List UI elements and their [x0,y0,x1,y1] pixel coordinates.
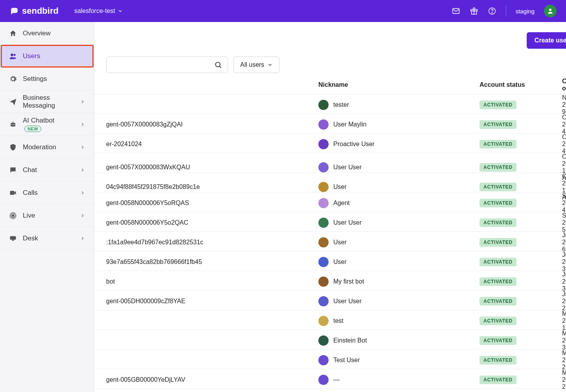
app-switcher[interactable]: salesforce-test [74,7,123,15]
status-cell: ACTIVATED [480,183,562,191]
svg-point-14 [12,214,14,216]
divider [506,5,506,16]
nickname-text: Test User [333,357,360,364]
main-content: Create user + All users Nickname Account… [94,22,566,392]
user-filter-dropdown[interactable]: All users [233,57,279,73]
status-cell: ACTIVATED [480,277,562,286]
table-row[interactable]: botMy first botACTIVATEDJun 18, 2024 at … [94,271,566,291]
sidebar-label: AI Chatbot NEW [23,117,74,132]
sidebar-item-business-messaging[interactable]: Business Messaging [0,90,94,113]
user-avatar-icon [318,296,329,306]
table-row[interactable]: gent-005DH000009cZf8YAEUser UserACTIVATE… [94,291,566,310]
sidebar-item-desk[interactable]: Desk [0,227,94,250]
mail-icon[interactable] [452,7,460,15]
table-row[interactable]: gent-0057X0000083gZjQAIUser MaylinACTIVA… [94,114,566,134]
nickname-cell: User [318,257,480,267]
status-cell: ACTIVATED [480,238,562,247]
status-cell: ACTIVATED [480,317,562,325]
sidebar-label: Live [23,212,74,220]
sidebar-item-ai-chatbot[interactable]: AI Chatbot NEW [0,113,94,136]
svg-line-20 [219,66,221,68]
main-header: Create user + [94,22,566,49]
robot-icon [9,120,17,129]
svg-rect-8 [11,123,15,126]
table-row[interactable]: er-20241024Proactive UserACTIVATEDOct 24… [94,134,566,153]
video-icon [9,189,17,197]
status-badge: ACTIVATED [480,218,516,227]
table-row[interactable]: :1fa1a9ee4d7b967ec91d8282531cUserACTIVAT… [94,232,566,251]
environment-label: staging [516,8,535,15]
nickname-cell: User Maylin [318,119,480,130]
user-avatar-icon [318,277,329,287]
sidebar-label: Users [23,52,85,60]
nickname-text: User User [333,219,362,226]
created-cell: Nov 3, 2024 at 9:54 PM [562,94,566,115]
sendbird-logo-icon [9,6,19,16]
created-cell: Oct 24, 2024 at 4:10 PM [562,134,566,155]
brand-text: sendbird [22,6,59,16]
table-row[interactable]: 93e7a655f43ca82bb769666f1fb45UserACTIVAT… [94,251,566,271]
user-avatar-icon [318,257,329,267]
nickname-cell: Test User [318,355,480,365]
sidebar-item-settings[interactable]: Settings [0,68,94,90]
table-row[interactable]: gent-0057X0000083WxKQAUUser UserACTIVATE… [94,153,566,173]
status-cell: ACTIVATED [480,297,562,306]
gear-icon [9,75,17,83]
status-cell: ACTIVATED [480,101,562,109]
topbar-right: staging [452,5,557,17]
nickname-text: User Maylin [333,121,366,128]
svg-rect-18 [12,240,14,241]
sidebar-item-overview[interactable]: Overview [0,22,94,45]
user-id-cell: gent-005GB00000YeDjLYAV [106,376,318,383]
nickname-cell: test [318,316,480,326]
sidebar-item-chat[interactable]: Chat [0,159,94,181]
nickname-text: User User [333,298,362,305]
user-avatar-icon [318,218,329,228]
sidebar-label: Desk [23,234,74,242]
svg-marker-13 [14,191,16,194]
user-avatar-icon [318,198,329,208]
sidebar-item-users[interactable]: Users [0,45,94,68]
table-row[interactable]: gent-0058N000006Y5oRQASAgentACTIVATEDSep… [94,192,566,212]
broadcast-icon [9,211,17,220]
chat-icon [9,166,17,174]
sidebar-item-moderation[interactable]: Moderation [0,136,94,159]
gift-icon[interactable] [470,7,478,15]
created-cell: Jun 18, 2024 at 3:11 PM [562,251,566,273]
search-input[interactable] [106,57,228,73]
user-avatar[interactable] [544,5,557,17]
nickname-text: User [333,183,347,191]
table-row[interactable]: gent-005GB00000YeDjLYAV—ACTIVATEDMar 5, … [94,369,566,389]
status-badge: ACTIVATED [480,183,516,191]
status-cell: ACTIVATED [480,356,562,365]
svg-point-5 [549,9,551,11]
status-cell: ACTIVATED [480,336,562,345]
sidebar-item-calls[interactable]: Calls [0,181,94,204]
user-avatar-icon [318,119,329,130]
app-name: salesforce-test [74,7,115,15]
brand-logo[interactable]: sendbird [9,6,59,16]
table-row[interactable]: testACTIVATEDMar 6, 2024 at 1:11 AM [94,310,566,330]
table-row[interactable]: Einstein BotACTIVATEDMar 5, 2024 at 3:56… [94,330,566,350]
table-row[interactable]: gent-0058N000006Y5o2QACUser UserACTIVATE… [94,212,566,232]
status-cell: ACTIVATED [480,140,562,148]
create-user-button[interactable]: Create user + [527,32,566,49]
nickname-text: tester [333,101,349,108]
user-avatar-icon [318,316,329,326]
nickname-text: Agent [333,200,350,207]
shield-icon [9,143,17,152]
col-status-header: Account status [480,81,562,88]
table-row[interactable]: 04c94f88f45f291875f8e2b089c1eUserACTIVAT… [94,173,566,192]
status-badge: ACTIVATED [480,297,516,306]
help-icon[interactable] [488,7,496,15]
paper-plane-icon [9,97,17,106]
table-row[interactable]: Test UserACTIVATEDMar 5, 2024 at 2:51 PM [94,350,566,369]
nickname-text: My first bot [333,278,364,285]
sidebar-item-live[interactable]: Live [0,204,94,227]
status-badge: ACTIVATED [480,120,516,129]
status-cell: ACTIVATED [480,258,562,266]
user-id-cell: 93e7a655f43ca82bb769666f1fb45 [106,258,318,266]
created-cell: Oct 28, 2024 at 4:49 PM [562,114,566,135]
created-cell: Mar 5, 2024 at 2:47 PM [562,369,566,390]
table-row[interactable]: testerACTIVATEDNov 3, 2024 at 9:54 PM [94,94,566,114]
